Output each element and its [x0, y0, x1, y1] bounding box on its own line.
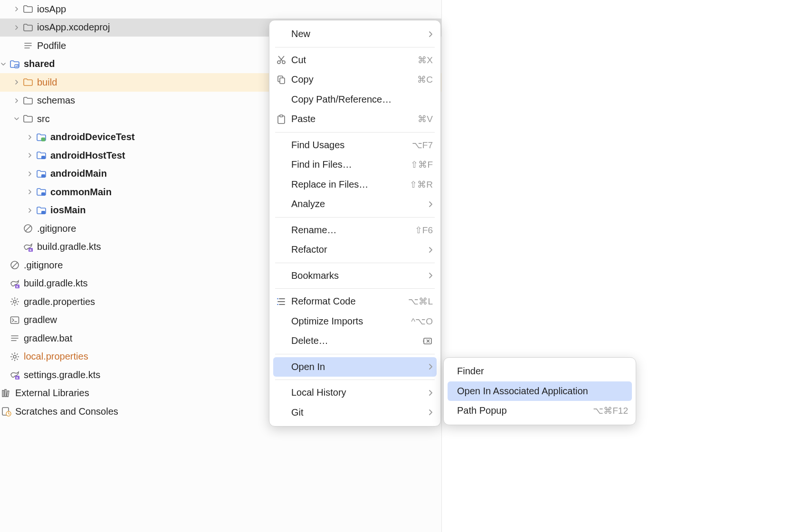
tree-item-label: shared: [24, 58, 55, 69]
svg-line-26: [12, 304, 13, 305]
menu-separator: [275, 217, 435, 218]
gradle-kts-icon: K: [23, 242, 33, 252]
delete-icon: [422, 336, 433, 346]
menu-item-label: Copy: [291, 74, 408, 85]
menu-item[interactable]: Cut⌘X: [269, 50, 440, 70]
menu-item[interactable]: Open In Associated Application: [448, 381, 632, 401]
tree-item-label: Scratches and Consoles: [15, 406, 118, 417]
menu-item[interactable]: Finder: [444, 361, 636, 381]
chevron-right-icon[interactable]: [27, 207, 33, 214]
tree-item-label: iosApp: [37, 4, 66, 15]
chevron-right-icon[interactable]: [27, 152, 33, 159]
svg-rect-46: [7, 391, 9, 397]
menu-item[interactable]: Path Popup⌥⌘F12: [444, 401, 636, 421]
chevron-right-icon[interactable]: [27, 171, 33, 177]
menu-item[interactable]: Open In: [273, 357, 437, 377]
svg-line-39: [17, 359, 18, 360]
menu-item[interactable]: Paste⌘V: [269, 109, 440, 129]
context-menu-openin[interactable]: FinderOpen In Associated ApplicationPath…: [443, 357, 636, 425]
menu-item-label: Git: [291, 407, 419, 418]
paste-icon: [276, 114, 286, 124]
chevron-right-icon: [428, 363, 433, 370]
tree-item-label: .gitignore: [24, 260, 63, 271]
module-src-icon: [36, 169, 47, 179]
chevron-down-icon[interactable]: [13, 115, 20, 122]
tree-item-label: gradle.properties: [24, 296, 95, 307]
menu-item[interactable]: Rename…⇧F6: [269, 220, 440, 240]
menu-item[interactable]: Copy Path/Reference…: [269, 90, 440, 110]
svg-rect-8: [41, 174, 45, 178]
tree-item-label: iosApp.xcodeproj: [37, 22, 110, 33]
svg-text:K: K: [16, 376, 19, 380]
chevron-right-icon: [428, 409, 433, 416]
menu-item-label: Open In: [291, 361, 419, 372]
menu-item[interactable]: Find in Files…⇧⌘F: [269, 155, 440, 175]
context-menu-main[interactable]: NewCut⌘XCopy⌘CCopy Path/Reference…Paste⌘…: [269, 20, 441, 427]
gear-icon: [10, 352, 20, 362]
menu-item[interactable]: New: [269, 24, 440, 44]
chevron-down-icon[interactable]: [0, 61, 7, 67]
menu-item[interactable]: Refactor: [269, 240, 440, 260]
menu-item-label: Copy Path/Reference…: [291, 94, 433, 105]
tree-item-label: build.gradle.kts: [24, 278, 88, 289]
menu-shortcut: ⇧⌘F: [411, 159, 433, 170]
svg-rect-28: [11, 317, 19, 323]
menu-item[interactable]: Analyze: [269, 194, 440, 214]
menu-item[interactable]: Bookmarks: [269, 266, 440, 286]
tree-item[interactable]: iosApp: [0, 0, 441, 19]
chevron-right-icon[interactable]: [13, 97, 20, 104]
ignored-icon: [23, 223, 33, 234]
tree-item-label: androidMain: [50, 168, 107, 179]
module-src-icon: [36, 187, 47, 197]
chevron-right-icon[interactable]: [13, 79, 20, 86]
menu-shortcut: ⌘C: [417, 74, 433, 85]
svg-text:K: K: [16, 285, 19, 288]
svg-point-19: [13, 300, 16, 303]
svg-point-33: [13, 355, 16, 358]
cut-icon: [276, 55, 286, 65]
menu-item[interactable]: Copy⌘C: [269, 70, 440, 90]
menu-item[interactable]: Git: [269, 403, 440, 423]
svg-line-41: [17, 353, 18, 354]
module-src-icon: [36, 150, 47, 161]
chevron-right-icon: [428, 272, 433, 279]
menu-item[interactable]: Find Usages⌥F7: [269, 135, 440, 155]
menu-shortcut: ⇧⌘R: [410, 179, 433, 190]
tree-item-label: androidHostTest: [50, 150, 125, 161]
svg-text:K: K: [29, 248, 32, 251]
chevron-right-icon[interactable]: [27, 189, 33, 195]
chevron-right-icon[interactable]: [27, 134, 33, 141]
menu-shortcut: ⌥F7: [412, 140, 433, 151]
chevron-right-icon: [428, 390, 433, 396]
menu-item[interactable]: Local History: [269, 383, 440, 403]
tree-item-label: gradlew: [24, 314, 57, 325]
svg-line-12: [26, 226, 31, 231]
folder-orange-icon: [23, 77, 33, 87]
chevron-right-icon[interactable]: [13, 6, 20, 12]
svg-rect-5: [17, 65, 18, 67]
menu-item[interactable]: Optimize Imports^⌥O: [269, 312, 440, 332]
svg-rect-4: [16, 66, 17, 67]
menu-item[interactable]: Reformat Code⌥⌘L: [269, 292, 440, 312]
menu-item-label: Delete…: [291, 335, 413, 346]
menu-item-label: Open In Associated Application: [457, 386, 628, 397]
menu-item-label: Path Popup: [457, 405, 583, 416]
folder-icon: [23, 95, 33, 106]
gear-icon: [10, 296, 20, 307]
tree-item-label: commonMain: [50, 187, 112, 198]
menu-item-label: Find in Files…: [291, 159, 401, 170]
menu-item-label: Replace in Files…: [291, 179, 400, 190]
ignored-icon: [10, 260, 20, 270]
chevron-right-icon[interactable]: [13, 24, 20, 31]
menu-item[interactable]: Delete…: [269, 331, 440, 351]
menu-shortcut: ⌥⌘F12: [593, 405, 628, 416]
menu-shortcut: ^⌥O: [411, 316, 433, 327]
menu-item-label: Local History: [291, 387, 419, 398]
module-test-icon: [36, 132, 47, 142]
tree-item-label: iosMain: [50, 205, 86, 216]
svg-rect-10: [41, 211, 45, 214]
menu-shortcut: ⇧F6: [415, 225, 433, 236]
tree-item-label: External Libraries: [15, 388, 89, 399]
menu-item[interactable]: Replace in Files…⇧⌘R: [269, 175, 440, 195]
menu-item-label: Refactor: [291, 244, 419, 255]
